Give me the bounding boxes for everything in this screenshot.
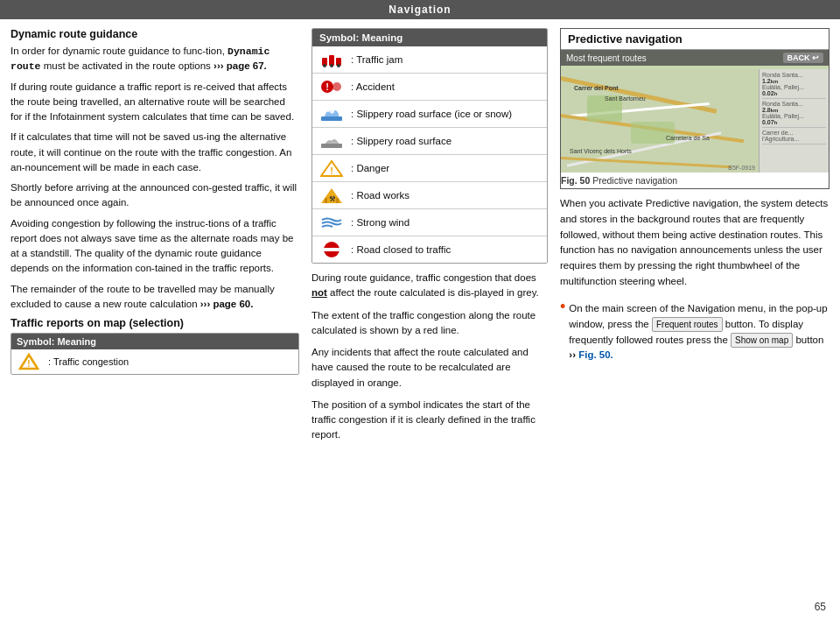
symbol-table: Symbol: Meaning : Traffic jam (312, 28, 548, 264)
slippery-road-icon (319, 131, 344, 151)
right-para1: When you activate Predictive navigation,… (560, 196, 830, 290)
page-number: 65 (815, 601, 826, 613)
slippery-ice-icon: ❄ (319, 104, 344, 123)
table-row-label: : Road closed to traffic (351, 244, 451, 255)
section2-title: Traffic reports on map (selection) (10, 317, 299, 329)
right-column: Predictive navigation Most frequent rout… (560, 28, 830, 611)
svg-point-5 (323, 64, 326, 67)
svg-text:⚒: ⚒ (329, 195, 336, 203)
bottom-table-label: : Traffic congestion (48, 356, 129, 367)
section1-title: Dynamic route guidance (10, 28, 299, 40)
road-closed-icon (319, 240, 344, 259)
svg-rect-18 (336, 198, 339, 203)
para5: Avoiding congestion by following the ins… (10, 216, 299, 277)
accident-icon: ! (319, 77, 344, 96)
table-row: ! : Accident (312, 74, 547, 101)
mid-para2: The extent of the traffic congestion alo… (312, 308, 548, 339)
svg-point-10 (332, 82, 341, 91)
show-on-map-btn[interactable]: Show on map (731, 333, 793, 349)
svg-point-6 (330, 64, 333, 67)
symbol-table-header: Symbol: Meaning (312, 29, 547, 46)
road-works-icon: ⚒ (319, 186, 344, 205)
para3: If it calculates that time will not be s… (10, 130, 299, 175)
content-area: Dynamic route guidance In order for dyna… (0, 19, 840, 620)
map-container: Most frequent routes BACK ↩ (561, 50, 829, 173)
bottom-table-row: ! : Traffic congestion (11, 349, 298, 374)
top-bar-title: Navigation (388, 4, 451, 16)
map-info-row: Carrer de... l'Agricultura... (762, 130, 826, 144)
map-info-row: Ronda Santa... 2.8km Eulàlia, Pallej... … (762, 101, 826, 128)
predictive-box: Predictive navigation Most frequent rout… (560, 28, 830, 189)
left-column: Dynamic route guidance In order for dyna… (10, 28, 299, 611)
svg-rect-13 (321, 144, 342, 148)
para6: The remainder of the route to be travell… (10, 282, 299, 313)
table-row: : Slippery road surface (312, 128, 547, 155)
strong-wind-icon (319, 213, 344, 232)
danger-icon: ! (319, 159, 344, 178)
top-bar: Navigation (0, 0, 840, 19)
svg-rect-21 (324, 248, 340, 251)
map-top-label: Most frequent routes (566, 53, 647, 63)
bullet-point: • On the main screen of the Navigation m… (560, 301, 830, 363)
table-row-label: : Road works (351, 190, 410, 201)
svg-text:!: ! (27, 359, 30, 369)
para4: Shortly before arriving at the announced… (10, 180, 299, 211)
predictive-title: Predictive navigation (561, 29, 829, 50)
svg-text:!: ! (330, 166, 333, 176)
bullet-text: On the main screen of the Navigation men… (569, 301, 830, 363)
svg-rect-17 (325, 198, 327, 203)
traffic-congestion-icon: ! (17, 352, 41, 371)
svg-rect-11 (321, 116, 342, 121)
table-row-label: : Danger (351, 163, 389, 173)
para1: In order for dynamic route guidance to f… (10, 44, 299, 74)
table-row: ⚒ : Road works (312, 182, 547, 209)
map-info-panel: Ronda Santa... 1.2km Eulàlia, Pallej... … (759, 69, 829, 173)
para2: If during route guidance a traffic repor… (10, 80, 299, 125)
table-row: ❄ : Slippery road surface (ice or snow) (312, 101, 547, 128)
mid-para4: The position of a symbol indicates the s… (312, 398, 548, 443)
map-info-row: Ronda Santa... 1.2km Eulàlia, Pallej... … (762, 72, 826, 99)
page: Navigation Dynamic route guidance In ord… (0, 0, 840, 620)
svg-text:❄: ❄ (329, 108, 335, 116)
table-row-label: : Accident (351, 81, 395, 92)
fig-caption: Fig. 50 Predictive navigation (561, 173, 829, 188)
table-row-label: : Slippery road surface (ice or snow) (351, 109, 512, 119)
middle-column: Symbol: Meaning : Traffic jam (312, 28, 548, 611)
bottom-table-header: Symbol: Meaning (11, 334, 298, 349)
table-row-label: : Slippery road surface (351, 136, 452, 146)
bottom-symbol-table: Symbol: Meaning ! : Traffic congestion (10, 333, 299, 375)
map-back-btn[interactable]: BACK ↩ (783, 53, 824, 63)
table-row-label: : Strong wind (351, 217, 410, 228)
frequent-routes-btn[interactable]: Frequent routes (652, 317, 723, 333)
table-row: : Strong wind (312, 209, 547, 236)
table-row: ! : Danger (312, 155, 547, 182)
traffic-jam-icon (319, 50, 344, 69)
table-row: : Road closed to traffic (312, 236, 547, 263)
table-row: : Traffic jam (312, 46, 547, 74)
bullet-icon: • (560, 299, 565, 363)
svg-text:!: ! (326, 81, 329, 92)
mid-para3: Any incidents that affect the route calc… (312, 345, 548, 391)
svg-point-7 (337, 64, 340, 67)
mid-para1: During route guidance, traffic congestio… (312, 271, 548, 301)
map-top-bar: Most frequent routes BACK ↩ (561, 50, 829, 66)
map-watermark: B5F-0919 (728, 165, 755, 171)
table-row-label: : Traffic jam (351, 54, 402, 65)
